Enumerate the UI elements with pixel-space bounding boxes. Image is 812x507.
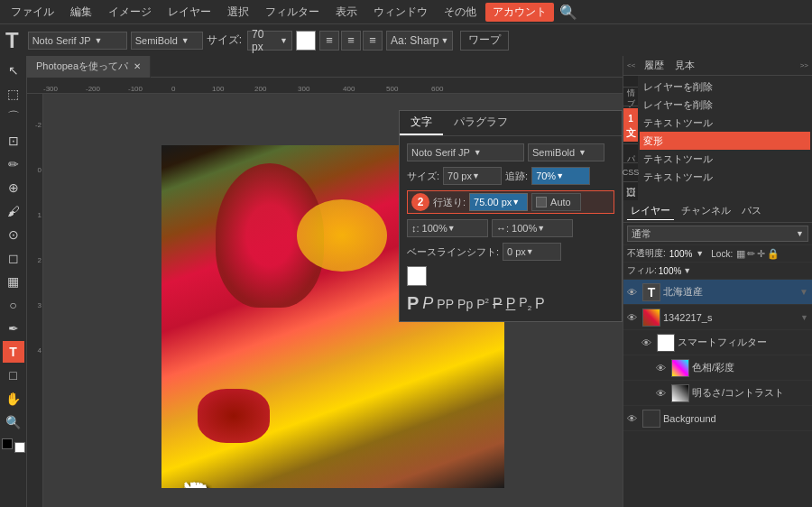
antialiasing-selector[interactable]: Aa: Sharp ▼	[386, 31, 453, 51]
ruler-mark-200: 200	[254, 85, 266, 93]
font-style-selector[interactable]: SemiBold ▼	[131, 32, 203, 50]
tab-paths[interactable]: パス	[738, 202, 765, 220]
crop-tool[interactable]: ⊡	[3, 130, 24, 152]
scale-h-input[interactable]: ↕: 100% ▼	[407, 219, 488, 237]
css-side-icon[interactable]: CSS	[623, 165, 640, 180]
layer-eye-5[interactable]: 👁	[627, 413, 640, 424]
history-item-3[interactable]: 変形	[640, 132, 810, 150]
underline-button[interactable]: P	[506, 296, 516, 312]
brush-tool[interactable]: 🖌	[3, 200, 24, 222]
bold-button[interactable]: P	[407, 293, 419, 314]
tab-channels[interactable]: チャンネル	[678, 202, 734, 220]
scale-v-input[interactable]: ↔: 100% ▼	[492, 219, 573, 237]
auto-field[interactable]: Auto	[531, 193, 581, 211]
expand-right-icon[interactable]: >>	[797, 60, 812, 71]
fg-color[interactable]	[2, 438, 13, 449]
layer-item-hokkaido[interactable]: 👁 T 北海道産 ▼	[623, 280, 812, 305]
font-size-field[interactable]: 70 px ▼	[247, 31, 292, 51]
bg-color[interactable]	[14, 442, 25, 453]
zoom-tool[interactable]: 🔍	[3, 411, 24, 433]
info-side-icon[interactable]: 情	[625, 79, 637, 85]
layer-item-hue-sat[interactable]: 👁 色相/彩度	[623, 355, 812, 381]
layer-eye-4[interactable]: 👁	[656, 388, 669, 399]
history-item-0[interactable]: レイヤーを削除	[640, 78, 810, 96]
menu-edit[interactable]: 編集	[63, 3, 99, 22]
menu-view[interactable]: 表示	[328, 3, 364, 22]
search-icon[interactable]: 🔍	[559, 4, 577, 21]
auto-checkbox[interactable]	[536, 197, 547, 207]
lock-all-icon[interactable]: 🔒	[767, 248, 780, 260]
lock-position-icon[interactable]: ✛	[757, 248, 765, 260]
heal-tool[interactable]: ⊕	[3, 177, 24, 198]
history-item-4[interactable]: テキストツール	[640, 150, 810, 168]
layer-item-smart-filter[interactable]: 👁 スマートフィルター	[623, 330, 812, 355]
eraser-tool[interactable]: ◻	[3, 247, 24, 269]
layer-item-brightness[interactable]: 👁 明るさ/コントラスト	[623, 381, 812, 406]
text-tool[interactable]: T	[3, 341, 24, 363]
menu-file[interactable]: ファイル	[4, 3, 61, 22]
menu-other[interactable]: その他	[437, 3, 484, 22]
lock-pixels-icon[interactable]: ✏	[747, 248, 755, 260]
menu-select[interactable]: 選択	[220, 3, 256, 22]
rotate-button[interactable]: P	[535, 296, 545, 312]
selection-tool[interactable]: ⬚	[3, 83, 24, 105]
font-color-swatch[interactable]	[296, 31, 316, 51]
layer-item-image[interactable]: 👁 1342217_s ▼	[623, 305, 812, 330]
align-right-button[interactable]: ≡	[363, 31, 383, 51]
warp-button[interactable]: ワープ	[460, 31, 509, 51]
tracking-input[interactable]: 70% ▼	[531, 167, 590, 185]
tab-preview[interactable]: 見本	[669, 56, 700, 75]
dodge-tool[interactable]: ○	[3, 294, 24, 316]
image-side-icon[interactable]: 🖼	[626, 184, 636, 200]
menu-window[interactable]: ウィンドウ	[366, 3, 435, 22]
font-family-selector[interactable]: Noto Serif JP ▼	[28, 32, 127, 50]
history-item-2[interactable]: テキストツール	[640, 114, 810, 132]
char-color-swatch[interactable]	[407, 266, 427, 286]
tab-paragraph[interactable]: パラグラフ	[443, 111, 519, 135]
hand-tool[interactable]: ✋	[3, 388, 24, 410]
tab-layers[interactable]: レイヤー	[627, 202, 674, 220]
char-style-selector[interactable]: SemiBold ▼	[528, 143, 604, 161]
leading-input[interactable]: 75.00 px ▼	[469, 193, 528, 211]
layer-item-background[interactable]: 👁 Background	[623, 406, 812, 431]
size-input[interactable]: 70 px ▼	[443, 167, 502, 185]
lock-transparent-icon[interactable]: ▦	[736, 248, 745, 260]
menu-account[interactable]: アカウント	[485, 3, 554, 22]
menu-filter[interactable]: フィルター	[258, 3, 327, 22]
eyedropper-tool[interactable]: ✏	[3, 153, 24, 175]
align-center-button[interactable]: ≡	[341, 31, 361, 51]
superscript-button[interactable]: P2	[476, 297, 489, 311]
align-left-button[interactable]: ≡	[319, 31, 339, 51]
para-side-icon[interactable]: パ	[625, 146, 637, 161]
italic-button[interactable]: P	[422, 294, 433, 313]
history-item-1[interactable]: レイヤーを削除	[640, 96, 810, 114]
strikethrough-button[interactable]: P	[493, 296, 503, 312]
clone-tool[interactable]: ⊙	[3, 224, 24, 245]
shape-tool[interactable]: □	[3, 364, 24, 386]
tab-character[interactable]: 文字	[400, 111, 443, 135]
tab-history[interactable]: 履歴	[639, 56, 669, 75]
menubar: ファイル 編集 イメージ レイヤー 選択 フィルター 表示 ウィンドウ その他 …	[0, 0, 812, 23]
all-caps-button[interactable]: PP	[437, 297, 454, 311]
baseline-input[interactable]: 0 px ▼	[503, 243, 561, 261]
pen-tool[interactable]: ✒	[3, 318, 24, 339]
menu-image[interactable]: イメージ	[101, 3, 159, 22]
collapse-left-icon[interactable]: <<	[623, 60, 639, 71]
lasso-tool[interactable]: ⌒	[3, 106, 24, 128]
layer-eye-1[interactable]: 👁	[627, 312, 640, 323]
subscript-button[interactable]: P2	[519, 295, 531, 312]
layer-eye-0[interactable]: 👁	[627, 287, 640, 298]
small-caps-button[interactable]: Pp	[457, 297, 473, 311]
side-divider4	[623, 162, 638, 163]
char-font-selector[interactable]: Noto Serif JP ▼	[407, 143, 524, 161]
layer-eye-2[interactable]: 👁	[641, 337, 654, 348]
blend-mode-selector[interactable]: 通常 ▼	[627, 226, 808, 242]
tab-close-button[interactable]: ✕	[134, 61, 141, 71]
move-tool[interactable]: ↖	[3, 60, 24, 81]
blob-side-icon[interactable]: ブ	[625, 89, 637, 104]
canvas-tab[interactable]: Photopeaを使ってパ ✕	[27, 56, 151, 78]
layer-eye-3[interactable]: 👁	[656, 363, 669, 373]
history-item-5[interactable]: テキストツール	[640, 168, 810, 186]
gradient-tool[interactable]: ▦	[3, 271, 24, 292]
menu-layer[interactable]: レイヤー	[161, 3, 218, 22]
